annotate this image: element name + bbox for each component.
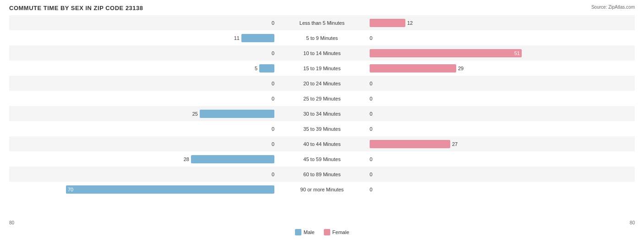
female-value-label: 0 (370, 126, 377, 132)
right-section: 0 (368, 96, 635, 101)
left-section: 0 (9, 141, 276, 147)
row-label: 20 to 24 Minutes (276, 81, 368, 86)
male-bar (200, 110, 274, 118)
female-value-label: 0 (370, 96, 377, 101)
chart-row: 7090 or more Minutes0 (9, 182, 635, 197)
row-label: 25 to 29 Minutes (276, 96, 368, 101)
female-bar: 51 (370, 49, 522, 57)
female-value-label: 0 (370, 35, 377, 41)
male-value-label: 0 (267, 50, 274, 56)
left-section: 28 (9, 155, 276, 163)
male-legend-box (295, 229, 301, 235)
row-label: 60 to 89 Minutes (276, 172, 368, 177)
right-section: 0 (368, 156, 635, 162)
chart-row: 025 to 29 Minutes0 (9, 91, 635, 106)
chart-row: 2530 to 34 Minutes0 (9, 106, 635, 121)
male-legend-label: Male (304, 229, 315, 235)
male-value-label: 0 (267, 126, 274, 132)
left-section: 25 (9, 110, 276, 118)
right-section: 51 (368, 49, 635, 57)
chart-row: 035 to 39 Minutes0 (9, 121, 635, 136)
left-section: 0 (9, 96, 276, 101)
right-section: 0 (368, 35, 635, 41)
left-section: 70 (9, 185, 276, 194)
right-section: 0 (368, 111, 635, 117)
female-bar (370, 140, 450, 148)
male-bar: 70 (66, 185, 274, 194)
female-bar (370, 64, 456, 73)
female-value-inside: 51 (514, 50, 520, 56)
chart-container: COMMUTE TIME BY SEX IN ZIP CODE 23138 So… (0, 0, 644, 240)
female-value-label: 27 (452, 141, 459, 147)
right-section: 0 (368, 81, 635, 86)
male-value-inside: 70 (68, 187, 73, 192)
male-bar (191, 155, 274, 163)
right-section: 0 (368, 172, 635, 177)
left-section: 0 (9, 172, 276, 177)
row-label: 5 to 9 Minutes (276, 35, 368, 41)
female-value-label: 0 (370, 111, 377, 117)
male-value-label: 0 (267, 141, 274, 147)
left-section: 11 (9, 34, 276, 42)
row-label: 10 to 14 Minutes (276, 50, 368, 56)
source-text: Source: ZipAtlas.com (591, 5, 635, 10)
right-section: 0 (368, 126, 635, 132)
axis-left: 80 (9, 220, 277, 225)
row-label: 90 or more Minutes (276, 187, 368, 192)
left-section: 0 (9, 81, 276, 86)
left-section: 0 (9, 126, 276, 132)
axis-right: 80 (367, 220, 635, 225)
female-value-label: 0 (370, 187, 377, 192)
female-legend-label: Female (333, 229, 349, 235)
male-value-label: 28 (182, 156, 189, 162)
female-legend-box (324, 229, 330, 235)
row-label: 45 to 59 Minutes (276, 156, 368, 162)
male-value-label: 0 (267, 20, 274, 26)
row-label: 35 to 39 Minutes (276, 126, 368, 132)
chart-title: COMMUTE TIME BY SEX IN ZIP CODE 23138 (9, 5, 635, 11)
axis-row: 80 80 (9, 218, 635, 227)
axis-label-80-right: 80 (630, 220, 635, 225)
chart-row: 010 to 14 Minutes51 (9, 45, 635, 61)
chart-row: 515 to 19 Minutes29 (9, 61, 635, 76)
male-bar (259, 64, 274, 73)
female-value-label: 0 (370, 81, 377, 86)
row-label: 15 to 19 Minutes (276, 66, 368, 71)
chart-area: 0Less than 5 Minutes12115 to 9 Minutes00… (9, 15, 635, 217)
left-section: 0 (9, 20, 276, 26)
female-value-label: 29 (458, 66, 465, 71)
right-section: 29 (368, 64, 635, 73)
right-section: 27 (368, 140, 635, 148)
row-label: 40 to 44 Minutes (276, 141, 368, 147)
male-value-label: 5 (250, 66, 257, 71)
male-bar (241, 34, 274, 42)
left-section: 0 (9, 50, 276, 56)
female-bar (370, 19, 405, 27)
male-value-label: 0 (267, 96, 274, 101)
chart-row: 0Less than 5 Minutes12 (9, 15, 635, 30)
chart-row: 060 to 89 Minutes0 (9, 167, 635, 182)
female-value-label: 12 (407, 20, 415, 26)
chart-row: 115 to 9 Minutes0 (9, 30, 635, 45)
right-section: 12 (368, 19, 635, 27)
row-label: Less than 5 Minutes (276, 20, 368, 26)
legend-male: Male (295, 229, 315, 235)
legend-female: Female (324, 229, 349, 235)
right-section: 0 (368, 187, 635, 192)
left-section: 5 (9, 64, 276, 73)
male-value-label: 25 (191, 111, 198, 117)
chart-row: 2845 to 59 Minutes0 (9, 151, 635, 167)
male-value-label: 11 (232, 35, 240, 41)
row-label: 30 to 34 Minutes (276, 111, 368, 117)
female-value-label: 0 (370, 172, 377, 177)
male-value-label: 0 (267, 81, 274, 86)
axis-label-80-left: 80 (9, 220, 14, 225)
female-value-label: 0 (370, 156, 377, 162)
chart-row: 020 to 24 Minutes0 (9, 76, 635, 91)
male-value-label: 0 (267, 172, 274, 177)
chart-row: 040 to 44 Minutes27 (9, 136, 635, 151)
legend: Male Female (9, 229, 635, 235)
